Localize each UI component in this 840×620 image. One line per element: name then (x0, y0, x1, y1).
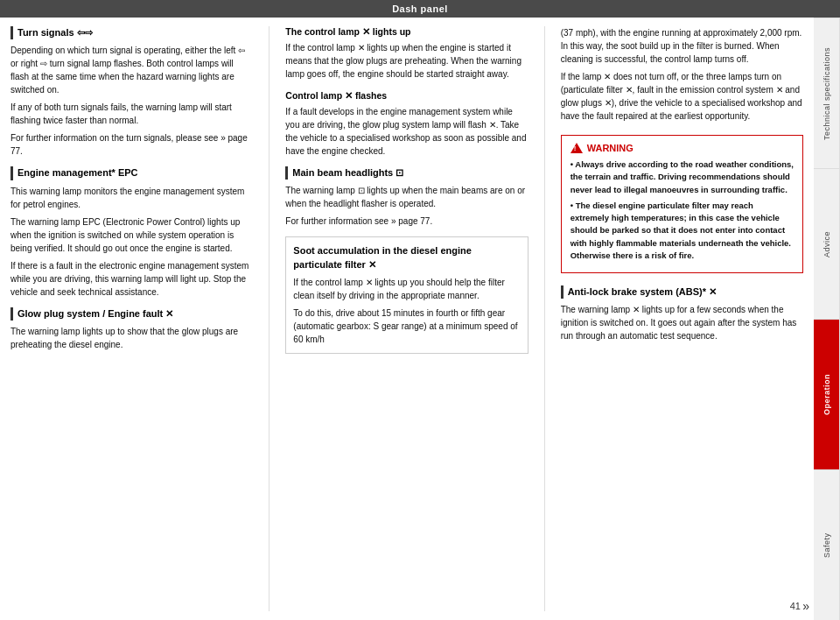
anti-lock-text: The warning lamp ✕ lights up for a few s… (561, 303, 803, 342)
engine-management-text: This warning lamp monitors the engine ma… (10, 185, 253, 299)
next-arrow-icon: » (802, 599, 809, 613)
glow-plug-title: Glow plug system / Engine fault ✕ (10, 307, 253, 321)
tab-safety[interactable]: Safety (814, 469, 840, 620)
tab-technical-specifications[interactable]: Technical specifications (814, 18, 840, 168)
glow-plug-text: The warning lamp lights up to show that … (10, 325, 253, 351)
tab-operation[interactable]: Operation (814, 319, 840, 469)
warning-text: Always drive according to the road weath… (570, 159, 794, 262)
column-1: Turn signals ⇦⇨ Depending on which turn … (10, 26, 253, 611)
control-lamp-text: If the control lamp ✕ lights up when the… (285, 41, 528, 81)
top-bar: Dash panel (0, 0, 840, 18)
main-beam-title: Main beam headlights ⊡ (285, 166, 528, 180)
tab-advice[interactable]: Advice (814, 168, 840, 319)
warning-label: WARNING (587, 143, 634, 153)
side-tabs: Technical specifications Advice Operatio… (814, 18, 840, 620)
anti-lock-title: Anti-lock brake system (ABS)* ✕ (561, 285, 803, 299)
turn-signals-title: Turn signals ⇦⇨ (10, 26, 253, 39)
page-number: 41 (790, 601, 801, 611)
turn-signals-text: Depending on which turn signal is operat… (10, 44, 253, 158)
anti-lock-section: Anti-lock brake system (ABS)* ✕ The warn… (561, 285, 803, 342)
warning-triangle-icon (570, 143, 583, 153)
soot-title: Soot accumulation in the diesel engine p… (293, 244, 520, 271)
column-2: The control lamp ✕ lights up If the cont… (285, 26, 528, 611)
control-lamp-heading: The control lamp ✕ lights up (285, 26, 528, 37)
col3-intro: (37 mph), with the engine running at app… (561, 26, 803, 123)
soot-text: If the control lamp ✕ lights up you shou… (293, 276, 520, 346)
engine-management-title: Engine management* EPC (10, 166, 253, 180)
control-lamp-section: The control lamp ✕ lights up If the cont… (285, 26, 528, 158)
engine-management-section: Engine management* EPC This warning lamp… (10, 166, 253, 298)
main-beam-text: The warning lamp ⊡ lights up when the ma… (285, 184, 528, 228)
column-3: (37 mph), with the engine running at app… (561, 26, 803, 611)
divider-2 (544, 26, 545, 611)
soot-section: Soot accumulation in the diesel engine p… (285, 236, 528, 354)
turn-signals-section: Turn signals ⇦⇨ Depending on which turn … (10, 26, 253, 158)
control-lamp-flash-heading: Control lamp ✕ flashes (285, 90, 528, 101)
main-beam-section: Main beam headlights ⊡ The warning lamp … (285, 166, 528, 228)
warning-header: WARNING (570, 143, 794, 153)
control-lamp-flash-text: If a fault develops in the engine manage… (285, 105, 528, 158)
header-title: Dash panel (392, 4, 448, 14)
warning-box: WARNING Always drive according to the ro… (561, 135, 803, 273)
divider-1 (269, 26, 270, 611)
glow-plug-section: Glow plug system / Engine fault ✕ The wa… (10, 307, 253, 351)
